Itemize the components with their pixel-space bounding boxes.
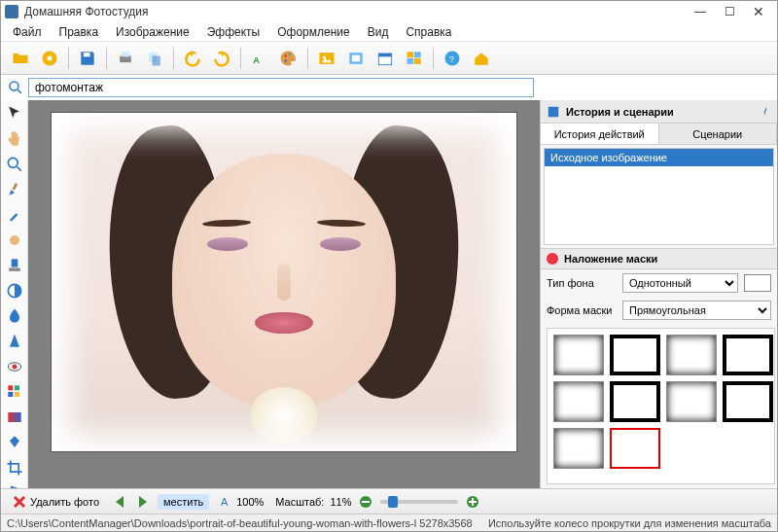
bg-type-label: Тип фона [547,277,617,289]
zoom-out-button[interactable] [357,493,374,511]
bg-color-swatch[interactable] [744,274,771,292]
mask-grid[interactable] [547,328,775,484]
menu-file[interactable]: Файл [5,23,50,41]
menu-bar: Файл Правка Изображение Эффекты Оформлен… [1,22,777,42]
menu-decorate[interactable]: Оформление [269,23,357,41]
blur-icon[interactable] [5,306,24,326]
hand-tool-icon[interactable] [5,129,24,149]
history-list[interactable]: Исходное изображение [544,148,774,245]
menu-view[interactable]: Вид [360,23,397,41]
mask-item[interactable] [610,381,660,422]
next-button[interactable] [134,493,152,511]
fit-button[interactable]: местить [158,494,209,510]
svg-line-24 [18,89,21,93]
svg-rect-30 [9,268,20,271]
scale-icon: A [221,496,232,508]
svg-rect-38 [8,412,20,422]
redo-icon[interactable] [208,45,235,72]
maximize-button[interactable]: ☐ [715,2,744,21]
crop-icon[interactable] [5,458,24,478]
zoom-tool-icon[interactable] [5,155,24,174]
photo-icon[interactable] [313,45,340,72]
svg-rect-4 [122,52,129,56]
zoom-slider[interactable] [380,500,458,504]
film-icon[interactable] [36,45,63,72]
canvas-image[interactable] [51,112,517,452]
mask-item[interactable] [610,335,660,375]
svg-point-23 [10,82,18,90]
save-icon[interactable] [74,45,101,72]
delete-label: Удалить фото [30,496,99,508]
color-adj-icon[interactable] [5,382,24,402]
history-item[interactable]: Исходное изображение [545,149,773,166]
history-title: История и сценарии [566,106,760,118]
open-folder-icon[interactable] [7,45,34,72]
menu-help[interactable]: Справка [398,23,459,41]
retouch-icon[interactable] [5,231,24,250]
svg-rect-29 [11,259,18,266]
delete-photo-button[interactable]: Удалить фото [7,493,105,511]
svg-rect-45 [362,501,370,503]
svg-point-9 [289,53,292,55]
delete-icon [13,495,26,509]
menu-image[interactable]: Изображение [108,23,197,41]
svg-rect-18 [414,52,421,57]
calendar-icon[interactable] [371,45,399,72]
search-input[interactable] [28,78,534,97]
svg-text:A: A [221,496,229,508]
zoom-in-button[interactable] [464,493,481,511]
svg-rect-20 [414,58,421,64]
text-tool-icon[interactable]: A [246,45,273,72]
mask-item[interactable] [553,381,604,422]
arrow-tool-icon[interactable] [5,104,24,124]
gradient-icon[interactable] [5,408,24,427]
collage-icon[interactable] [401,45,428,72]
svg-point-1 [48,55,53,60]
mask-item[interactable] [666,381,717,422]
mask-item[interactable] [723,381,773,422]
tab-history[interactable]: История действий [541,124,659,144]
copy-icon[interactable] [141,45,168,72]
prev-button[interactable] [111,493,128,511]
svg-rect-27 [12,183,17,190]
mask-item-selected[interactable] [610,428,660,469]
home-icon[interactable] [468,45,495,72]
hundred-label: 100% [236,496,264,508]
mask-item[interactable] [723,335,773,375]
stamp-icon[interactable] [5,256,24,275]
scale-label: Масштаб: [275,496,324,508]
svg-point-8 [284,54,287,57]
undo-icon[interactable] [179,45,206,72]
palette-icon[interactable] [275,45,302,72]
shape-select[interactable]: Прямоугольная [622,301,771,320]
scale-value: 11% [330,496,351,508]
pin-icon[interactable] [760,106,771,118]
minimize-button[interactable]: — [686,2,715,21]
help-icon[interactable]: ? [439,45,466,72]
mask-title: Наложение маски [564,253,657,265]
mask-icon [547,253,558,265]
close-button[interactable]: ✕ [744,2,773,21]
hundred-percent-button[interactable]: A 100% [215,494,269,510]
mask-item[interactable] [553,335,604,375]
tab-scenarios[interactable]: Сценарии [659,124,778,144]
sharpen-icon[interactable] [5,332,24,351]
eyedropper-icon[interactable] [5,205,24,225]
menu-edit[interactable]: Правка [52,23,107,41]
bg-type-select[interactable]: Однотонный [622,273,738,293]
red-eye-icon[interactable] [5,357,24,376]
mask-item[interactable] [666,335,717,375]
search-icon [7,79,24,96]
mask-item[interactable] [553,428,604,469]
svg-rect-34 [8,385,13,390]
canvas-area[interactable] [28,100,540,488]
contrast-icon[interactable] [5,281,24,301]
menu-effects[interactable]: Эффекты [199,23,268,41]
window-title: Домашняя Фотостудия [24,5,686,18]
brush-tool-icon[interactable] [5,180,24,199]
frame-icon[interactable] [342,45,370,72]
svg-rect-16 [378,53,391,56]
svg-point-25 [8,158,18,167]
print-icon[interactable] [112,45,139,72]
fill-icon[interactable] [5,433,24,452]
